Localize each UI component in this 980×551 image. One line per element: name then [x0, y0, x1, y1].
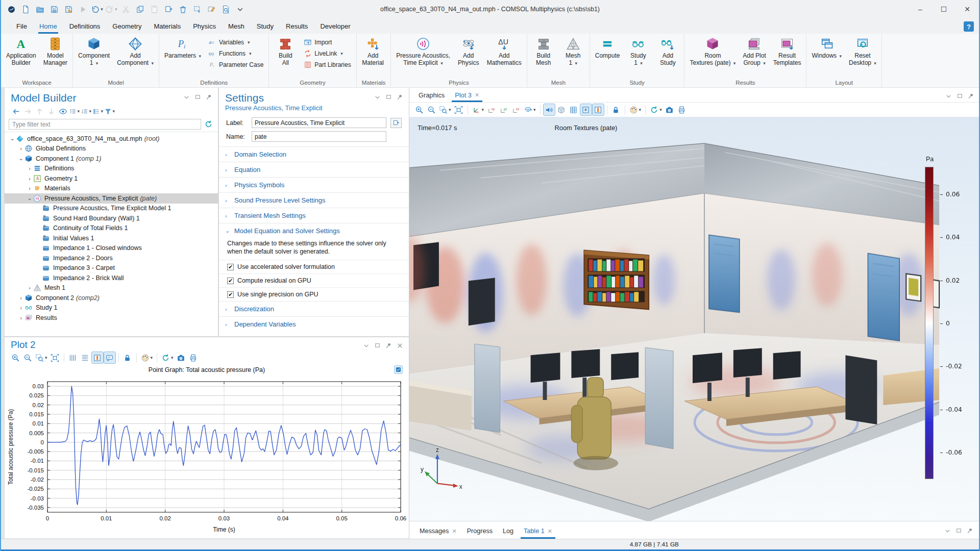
tree-expander[interactable]: ›	[26, 176, 33, 182]
section-header[interactable]: ›Discretization	[219, 302, 409, 316]
plot2-chart-area[interactable]: Point Graph: Total acoustic pressure (Pa…	[5, 364, 409, 538]
collapse-button[interactable]	[944, 92, 952, 100]
select-button[interactable]	[191, 3, 203, 15]
tree-item[interactable]: ⌄ Pressure Acoustics, Time Explicit(pate…	[5, 193, 218, 204]
pin-button[interactable]	[966, 527, 974, 535]
collapse-button[interactable]	[182, 93, 190, 101]
collapse-all[interactable]: ▾	[81, 106, 91, 116]
bottom-tab-table-1[interactable]: Table 1✕	[519, 524, 557, 539]
open-button[interactable]	[34, 3, 46, 15]
filter-options[interactable]: ▾	[105, 106, 115, 116]
menu-developer[interactable]: Developer	[314, 20, 356, 34]
comsol-logo[interactable]	[5, 3, 17, 15]
help-button[interactable]: ?	[964, 21, 974, 32]
collapse-button[interactable]	[943, 527, 951, 535]
tree-expander[interactable]: ⌄	[17, 155, 24, 162]
tree-item[interactable]: Impedance 2 - Brick Wall	[5, 273, 218, 283]
move-down[interactable]	[46, 106, 56, 116]
add-plot-group-button[interactable]: Add PlotGroup ▾	[740, 35, 769, 68]
tree-expander[interactable]: ›	[17, 315, 24, 321]
pressure-acoustics-button[interactable]: Pressure Acoustics,Time Explicit ▾	[393, 35, 453, 68]
tree-item[interactable]: Impedance 2 - Doors	[5, 253, 218, 263]
pin-button[interactable]	[384, 341, 393, 349]
nav-forward[interactable]	[22, 106, 33, 116]
zoom-in[interactable]	[10, 352, 21, 363]
tree-item[interactable]: › Results	[5, 313, 218, 323]
tab-close-icon[interactable]: ✕	[475, 92, 479, 98]
show-grid[interactable]	[568, 104, 579, 115]
rename-button[interactable]	[390, 118, 402, 128]
tab-close-icon[interactable]: ✕	[452, 528, 456, 535]
model-tree-view[interactable]: ▾	[93, 106, 103, 116]
tree-item[interactable]: › A Geometry 1	[5, 173, 218, 184]
section-header[interactable]: ›Sound Pressure Level Settings	[219, 193, 409, 208]
preview-button[interactable]	[219, 3, 232, 15]
image-snapshot[interactable]	[664, 104, 675, 115]
close-button[interactable]: ✕	[955, 0, 979, 18]
cut-button[interactable]	[119, 3, 132, 15]
tree-expander[interactable]: ⌄	[26, 195, 33, 202]
section-header[interactable]: ›Dependent Variables	[219, 317, 409, 332]
tree-item[interactable]: D Sound Hard Boundary (Wall) 1	[5, 213, 218, 223]
undo-button[interactable]: ▾	[91, 3, 103, 15]
tree-expander[interactable]: ›	[17, 295, 24, 301]
run-button[interactable]	[77, 3, 89, 15]
color-theme[interactable]: ▾	[140, 352, 154, 363]
go-to-yz-view[interactable]: yz	[498, 104, 509, 115]
plot-update[interactable]: ▾	[649, 104, 663, 115]
tree-item[interactable]: D Initial Values 1	[5, 233, 218, 243]
close-button[interactable]	[396, 341, 404, 349]
study-1-button[interactable]: Study1 ▾	[624, 35, 652, 68]
tree-item[interactable]: ⌄ Component 1(comp 1)	[5, 154, 218, 164]
filter-input[interactable]	[9, 119, 201, 130]
copy-button[interactable]	[134, 3, 146, 15]
room-3d-view[interactable]: z y x Time=0.017 s Room Textures (pate) …	[409, 117, 979, 521]
expand-all[interactable]: ▾	[69, 106, 80, 116]
checkbox[interactable]: ✔	[227, 264, 234, 270]
tree-item[interactable]: ⌄ office_space_63_30T0_N4_ma_out.mph(roo…	[5, 134, 218, 144]
sketch-button[interactable]	[205, 3, 217, 15]
paste-button[interactable]	[148, 3, 160, 15]
float-button[interactable]	[955, 92, 964, 100]
tree-item[interactable]: Impedance 3 - Carpet	[5, 263, 218, 273]
float-button[interactable]	[373, 341, 381, 349]
bottom-tab-messages[interactable]: Messages✕	[414, 524, 462, 539]
pin-button[interactable]	[205, 93, 213, 101]
menu-geometry[interactable]: Geometry	[106, 20, 148, 34]
import-button[interactable]: Import	[301, 37, 354, 48]
lock-axes[interactable]	[122, 352, 133, 363]
duplicate-button[interactable]	[162, 3, 175, 15]
name-field[interactable]	[252, 131, 386, 142]
x-axis-grid[interactable]	[67, 352, 79, 363]
checkbox[interactable]: ✔	[227, 278, 234, 284]
menu-home[interactable]: Home	[33, 20, 63, 34]
collapse-button[interactable]	[373, 93, 381, 101]
tree-item[interactable]: D Pressure Acoustics, Time Explicit Mode…	[5, 204, 218, 214]
tree-expander[interactable]: ›	[17, 305, 24, 311]
y-axis-grid[interactable]	[80, 352, 91, 363]
pin-button[interactable]	[967, 92, 975, 100]
quick-access-customize[interactable]	[234, 3, 246, 15]
color-theme[interactable]: ▾	[628, 104, 643, 115]
image-snapshot[interactable]	[176, 352, 187, 363]
print[interactable]	[188, 352, 199, 363]
section-header[interactable]: ⌄Model Equation and Solver Settings	[219, 223, 409, 238]
view-orientation[interactable]: ▾	[471, 104, 485, 115]
menu-physics[interactable]: Physics	[187, 20, 222, 34]
reset-desktop-button[interactable]: ResetDesktop ▾	[846, 35, 879, 68]
transparency[interactable]	[556, 104, 567, 115]
parameters-button[interactable]: PiParameters ▾	[161, 35, 204, 61]
livelink-button[interactable]: LiveLink▾	[301, 48, 354, 59]
tree-item[interactable]: Impedance 1 - Closed windows	[5, 243, 218, 254]
move-up[interactable]	[34, 106, 44, 116]
tree-expander[interactable]: ›	[26, 285, 33, 291]
tree-item[interactable]: › Materials	[5, 184, 218, 194]
tree-item[interactable]: › Mesh 1	[5, 283, 218, 293]
redo-button[interactable]: ▾	[105, 3, 117, 15]
checkbox[interactable]: ✔	[227, 291, 234, 298]
go-to-xz-view[interactable]: xz	[510, 104, 522, 115]
zoom-in[interactable]	[413, 104, 425, 115]
delete-button[interactable]	[177, 3, 189, 15]
section-header[interactable]: ›Equation	[219, 162, 409, 177]
rotate-view[interactable]: ▾	[523, 104, 537, 115]
